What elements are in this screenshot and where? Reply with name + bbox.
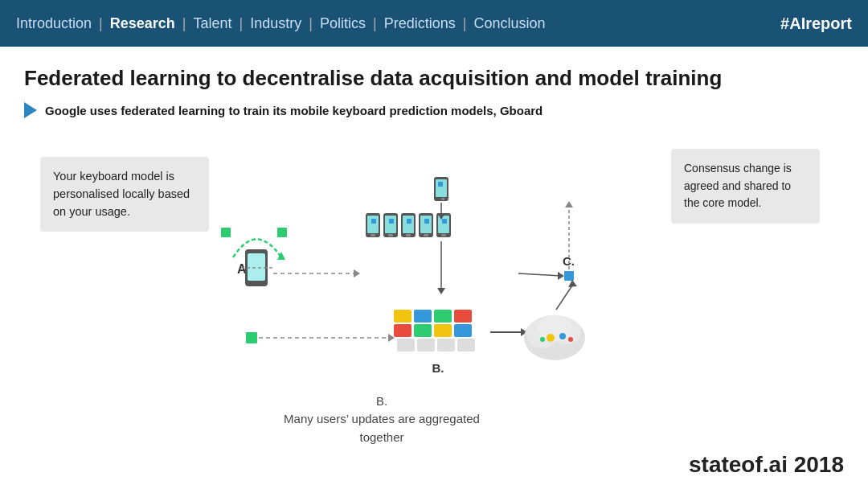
- svg-point-56: [547, 334, 555, 342]
- nav-item-politics[interactable]: Politics: [320, 15, 366, 31]
- svg-point-59: [568, 337, 573, 342]
- nav-item-conclusion[interactable]: Conclusion: [473, 15, 545, 31]
- svg-rect-38: [414, 310, 432, 323]
- nav-item-introduction[interactable]: Introduction: [16, 15, 92, 31]
- diagram: Your keyboard model is personalised loca…: [24, 133, 844, 446]
- svg-rect-5: [277, 228, 287, 237]
- svg-rect-42: [414, 324, 432, 337]
- header: Introduction | Research | Talent | Indus…: [0, 0, 868, 47]
- nav-item-industry[interactable]: Industry: [250, 15, 301, 31]
- svg-point-58: [540, 337, 545, 342]
- svg-rect-48: [457, 339, 475, 351]
- svg-rect-39: [434, 310, 452, 323]
- box-b-label: B.: [273, 392, 490, 411]
- page-title: Federated learning to decentralise data …: [24, 66, 844, 91]
- svg-rect-26: [438, 216, 449, 233]
- svg-marker-63: [558, 272, 564, 280]
- svg-rect-44: [454, 324, 472, 337]
- svg-rect-61: [564, 271, 574, 281]
- svg-rect-37: [394, 310, 411, 323]
- svg-rect-18: [403, 216, 414, 233]
- svg-rect-27: [441, 234, 446, 236]
- sep4: |: [309, 15, 317, 31]
- box-a-text: Your keyboard model is personalised loca…: [40, 157, 209, 232]
- svg-rect-41: [394, 324, 411, 337]
- svg-rect-2: [248, 253, 265, 281]
- main-content: Federated learning to decentralise data …: [0, 47, 868, 454]
- box-b-text: B. Many users’ updates are aggregated to…: [273, 392, 490, 447]
- svg-rect-12: [371, 219, 376, 224]
- svg-rect-16: [389, 219, 394, 224]
- diagram-svg: A.: [201, 133, 643, 430]
- nav-item-predictions[interactable]: Predictions: [384, 15, 456, 31]
- svg-rect-43: [434, 324, 452, 337]
- svg-rect-46: [417, 339, 435, 351]
- svg-rect-68: [246, 332, 257, 343]
- svg-marker-67: [568, 280, 577, 287]
- svg-rect-24: [424, 219, 429, 224]
- subtitle-row: Google uses federated learning to train …: [24, 102, 844, 118]
- svg-marker-6: [277, 252, 285, 260]
- triangle-icon: [24, 102, 37, 118]
- svg-rect-28: [442, 219, 447, 224]
- svg-line-62: [518, 273, 561, 276]
- svg-rect-45: [397, 339, 415, 351]
- nav-item-research[interactable]: Research: [110, 15, 175, 31]
- svg-text:B.: B.: [432, 361, 444, 375]
- svg-rect-15: [388, 234, 393, 236]
- svg-line-66: [556, 286, 572, 310]
- svg-rect-22: [420, 216, 432, 233]
- svg-marker-65: [565, 201, 573, 208]
- svg-marker-36: [437, 288, 445, 294]
- svg-rect-40: [454, 310, 472, 323]
- svg-rect-11: [371, 234, 375, 236]
- nav-item-talent[interactable]: Talent: [194, 15, 232, 31]
- svg-rect-47: [437, 339, 455, 351]
- svg-rect-23: [424, 234, 428, 236]
- svg-marker-70: [388, 334, 395, 342]
- sep2: |: [182, 15, 190, 31]
- subtitle: Google uses federated learning to train …: [45, 104, 542, 117]
- sep5: |: [373, 15, 381, 31]
- hashtag: #AIreport: [780, 14, 852, 33]
- sep1: |: [99, 15, 107, 31]
- svg-rect-20: [407, 219, 411, 224]
- svg-point-57: [559, 333, 566, 339]
- footer: stateof.ai 2018: [689, 452, 844, 478]
- box-c-text: Consensus change is agreed and shared to…: [671, 149, 820, 224]
- svg-rect-14: [385, 216, 396, 233]
- svg-marker-8: [354, 269, 360, 277]
- svg-rect-10: [367, 216, 379, 233]
- sep3: |: [240, 15, 248, 31]
- svg-rect-32: [438, 182, 443, 187]
- nav: Introduction | Research | Talent | Indus…: [16, 15, 546, 32]
- svg-rect-19: [406, 234, 411, 236]
- svg-rect-31: [441, 198, 444, 200]
- svg-rect-4: [221, 228, 231, 237]
- sep6: |: [463, 15, 471, 31]
